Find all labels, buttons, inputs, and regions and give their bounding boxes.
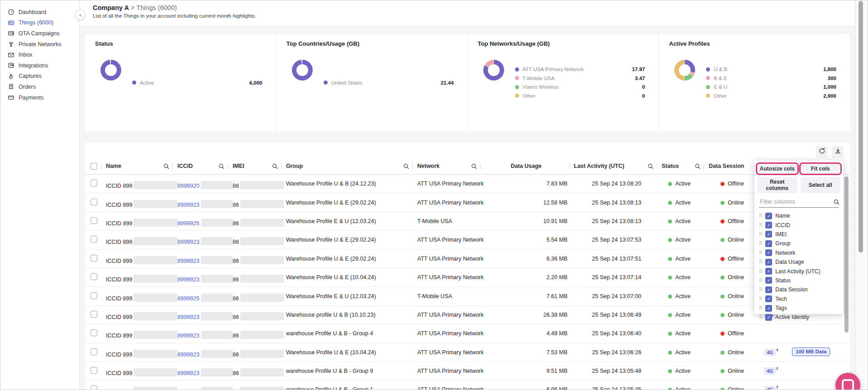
drag-handle-icon[interactable]: ⠿	[759, 214, 762, 218]
row-checkbox[interactable]	[91, 329, 97, 336]
column-toggle-last-activity-utc[interactable]: ⠿✓Last Activity (UTC)	[757, 266, 840, 276]
column-toggle-name[interactable]: ⠿✓Name	[757, 211, 840, 220]
drag-handle-icon[interactable]: ⠿	[759, 315, 762, 319]
fit-cols-button[interactable]: Fit cols	[801, 164, 841, 174]
breadcrumb-company[interactable]: Company A	[93, 4, 129, 11]
row-checkbox[interactable]	[91, 255, 97, 262]
iccid-link[interactable]: 8999920	[177, 183, 200, 189]
refresh-button[interactable]	[816, 146, 828, 158]
column-checkbox-checked[interactable]: ✓	[765, 240, 772, 247]
iccid-link[interactable]: 8999923	[177, 370, 200, 376]
row-checkbox[interactable]	[91, 273, 97, 280]
drag-handle-icon[interactable]: ⠿	[759, 297, 762, 301]
table-row[interactable]: ICCID 899899992086Warehouse Profile U & …	[85, 175, 850, 193]
column-checkbox-checked[interactable]: ✓	[765, 286, 772, 293]
column-checkbox-checked[interactable]: ✓	[765, 268, 772, 275]
iccid-link[interactable]: 8999925	[177, 295, 200, 302]
drag-handle-icon[interactable]: ⠿	[759, 278, 762, 283]
column-header-status[interactable]: Status	[662, 158, 709, 174]
table-row[interactable]: ICCID 899899992386Warehouse profile U & …	[85, 306, 850, 324]
search-icon[interactable]	[695, 163, 701, 169]
iccid-link[interactable]: 8999925	[177, 220, 200, 227]
tag-chip[interactable]: 100 MB Data	[792, 347, 830, 356]
column-toggle-data-session[interactable]: ⠿✓Data Session	[757, 285, 840, 294]
column-header-name[interactable]: Name	[106, 158, 177, 174]
column-toggle-network[interactable]: ⠿✓Network	[757, 248, 840, 257]
table-row[interactable]: ICCID 899899992386Warehouse Profile U & …	[85, 193, 850, 212]
table-row[interactable]: ICCID 899899992386Warehouse Profile U & …	[85, 231, 850, 249]
sidebar-item-orders[interactable]: Orders	[0, 81, 79, 92]
drag-handle-icon[interactable]: ⠿	[759, 287, 762, 292]
column-toggle-iccid[interactable]: ⠿✓ICCID	[757, 220, 840, 229]
column-toggle-group[interactable]: ⠿✓Group	[757, 239, 840, 248]
column-toggle-imei[interactable]: ⠿✓IMEI	[757, 230, 840, 239]
column-toggle-tech[interactable]: ⠿✓Tech	[757, 295, 840, 304]
table-row[interactable]: ICCID 899899992586Warehouse Profile E & …	[85, 287, 850, 305]
download-button[interactable]	[832, 146, 844, 158]
row-checkbox[interactable]	[91, 311, 97, 318]
page-scrollbar-thumb[interactable]	[858, 1, 863, 252]
column-checkbox-checked[interactable]: ✓	[765, 222, 772, 228]
column-header-last-activity-utc[interactable]: Last Activity (UTC)	[574, 158, 662, 174]
table-row[interactable]: ICCID 899899992386warehouse Profile U & …	[85, 362, 850, 380]
table-scrollbar-thumb[interactable]	[844, 176, 849, 333]
column-checkbox-checked[interactable]: ✓	[765, 213, 772, 219]
table-row[interactable]: ICCID 899899992386warehouse Profile U & …	[85, 324, 850, 343]
column-checkbox-checked[interactable]: ✓	[765, 314, 772, 321]
column-checkbox-checked[interactable]: ✓	[765, 305, 772, 312]
iccid-link[interactable]: 8999923	[177, 258, 200, 264]
sidebar-collapse-button[interactable]: ‹	[75, 10, 86, 20]
column-checkbox-checked[interactable]: ✓	[765, 259, 772, 266]
search-icon[interactable]	[272, 163, 278, 169]
row-checkbox[interactable]	[91, 180, 97, 186]
drag-handle-icon[interactable]: ⠿	[759, 232, 762, 237]
row-checkbox[interactable]	[91, 367, 97, 374]
search-icon[interactable]	[219, 163, 224, 169]
sidebar-item-payments[interactable]: Payments	[0, 92, 79, 103]
row-checkbox[interactable]	[91, 348, 97, 355]
drag-handle-icon[interactable]: ⠿	[759, 260, 762, 264]
select-all-checkbox[interactable]	[91, 163, 97, 170]
filter-columns-input[interactable]	[759, 198, 834, 205]
iccid-link[interactable]: 8999923	[177, 314, 200, 320]
column-checkbox-checked[interactable]: ✓	[765, 249, 772, 256]
sidebar-item-things-6000[interactable]: Things (6000)	[0, 18, 79, 29]
drag-handle-icon[interactable]: ⠿	[759, 269, 762, 274]
row-checkbox[interactable]	[91, 217, 97, 224]
drag-handle-icon[interactable]: ⠿	[759, 251, 762, 255]
column-checkbox-checked[interactable]: ✓	[765, 231, 772, 238]
search-icon[interactable]	[163, 163, 169, 169]
iccid-link[interactable]: 8999923	[177, 333, 200, 339]
row-checkbox[interactable]	[91, 292, 97, 299]
table-row[interactable]: ICCID 899899992386Warehouse Profile U & …	[85, 268, 850, 287]
table-row[interactable]: ICCID 899899992386Warehouse Profile U & …	[85, 250, 850, 268]
column-toggle-tags[interactable]: ⠿✓Tags	[757, 304, 840, 313]
column-header-imei[interactable]: IMEI	[233, 158, 286, 174]
column-toggle-status[interactable]: ⠿✓Status	[757, 276, 840, 285]
column-checkbox-checked[interactable]: ✓	[765, 295, 772, 302]
select-all-button[interactable]: Select all	[801, 177, 841, 193]
row-checkbox[interactable]	[91, 199, 97, 205]
sidebar-item-captures[interactable]: Captures	[0, 71, 79, 82]
column-checkbox-checked[interactable]: ✓	[765, 277, 772, 284]
row-checkbox[interactable]	[91, 385, 97, 390]
column-header-network[interactable]: Network	[417, 158, 485, 174]
iccid-link[interactable]: 8999923	[177, 352, 200, 358]
table-row[interactable]: ICCID 899899992386Warehouse Profile U & …	[85, 343, 850, 362]
search-icon[interactable]	[403, 163, 409, 169]
column-header-data-usage[interactable]: Data Usage	[485, 158, 574, 174]
column-toggle-data-usage[interactable]: ⠿✓Data Usage	[757, 257, 840, 266]
drag-handle-icon[interactable]: ⠿	[759, 306, 762, 310]
column-header-group[interactable]: Group	[286, 158, 417, 174]
search-icon[interactable]	[471, 163, 477, 169]
drag-handle-icon[interactable]: ⠿	[759, 241, 762, 246]
autosize-cols-button[interactable]: Autosize cols	[757, 164, 797, 174]
reset-columns-button[interactable]: Reset columns	[757, 177, 797, 193]
search-icon[interactable]	[648, 163, 653, 169]
iccid-link[interactable]: 8999923	[177, 202, 200, 208]
page-scrollbar-track[interactable]	[855, 0, 868, 390]
column-header-iccid[interactable]: ICCID	[177, 158, 233, 174]
column-toggle-active-identity[interactable]: ⠿✓Active Identity	[757, 313, 840, 322]
drag-handle-icon[interactable]: ⠿	[759, 223, 762, 228]
sidebar-item-inbox[interactable]: Inbox	[0, 49, 79, 60]
